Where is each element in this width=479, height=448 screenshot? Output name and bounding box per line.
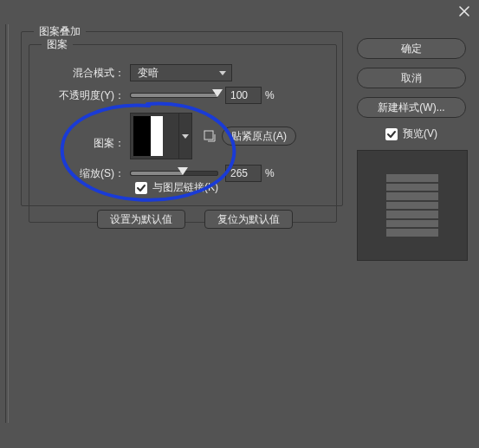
right-button-column: 确定 取消 新建样式(W)... 预览(V) (357, 38, 466, 261)
row-default-buttons: 设置为默认值 复位为默认值 (97, 210, 293, 229)
pattern-picker[interactable] (130, 113, 192, 159)
groupbox-title-inner: 图案 (42, 37, 73, 52)
link-layer-label: 与图层链接(K) (152, 180, 218, 195)
label-blend-mode: 混合模式： (29, 66, 130, 81)
snap-origin-button[interactable]: 贴紧原点(A) (222, 127, 296, 146)
row-pattern: 图案： 贴紧原点(A) (29, 113, 336, 159)
reset-default-button[interactable]: 复位为默认值 (204, 210, 293, 229)
groupbox-pattern-overlay: 图案叠加 图案 混合模式： 变暗 不透明度(Y)： 100 % (21, 31, 343, 206)
left-edge-line (5, 24, 9, 423)
opacity-unit: % (265, 89, 275, 101)
cancel-button[interactable]: 取消 (357, 68, 466, 88)
scale-unit: % (265, 167, 275, 179)
new-pattern-icon[interactable] (203, 129, 217, 143)
svg-rect-0 (204, 131, 213, 140)
row-link-layer: 与图层链接(K) (135, 180, 218, 195)
blend-mode-select[interactable]: 变暗 (130, 64, 232, 81)
row-opacity: 不透明度(Y)： 100 % (29, 87, 336, 104)
opacity-input[interactable]: 100 (225, 87, 262, 104)
preview-checkbox[interactable] (385, 128, 398, 140)
chevron-down-icon (219, 71, 226, 75)
preview-label: 预览(V) (403, 127, 437, 141)
preview-thumbnail (357, 150, 468, 261)
label-opacity: 不透明度(Y)： (29, 88, 130, 103)
new-style-button[interactable]: 新建样式(W)... (357, 97, 466, 118)
groupbox-pattern: 图案 混合模式： 变暗 不透明度(Y)： 100 % (29, 44, 337, 223)
close-icon[interactable] (458, 5, 470, 17)
set-default-button[interactable]: 设置为默认值 (97, 210, 185, 229)
link-layer-checkbox[interactable] (135, 182, 147, 194)
pattern-swatch (133, 116, 176, 156)
preview-pattern-stripes (386, 174, 438, 237)
label-pattern: 图案： (29, 122, 130, 151)
preview-toggle-row: 预览(V) (357, 127, 466, 141)
chevron-down-icon (182, 134, 189, 139)
label-scale: 缩放(S)： (29, 166, 130, 181)
scale-slider[interactable] (130, 171, 218, 176)
blend-mode-value: 变暗 (138, 66, 159, 81)
scale-input[interactable]: 265 (225, 165, 262, 182)
dialog-window: 确定 取消 新建样式(W)... 预览(V) 图案叠加 图案 混合模式： 变暗 (0, 0, 479, 448)
row-blend-mode: 混合模式： 变暗 (29, 64, 336, 81)
row-scale: 缩放(S)： 265 % (29, 165, 336, 182)
pattern-picker-chevron[interactable] (178, 114, 191, 159)
opacity-slider[interactable] (130, 93, 218, 98)
ok-button[interactable]: 确定 (357, 38, 466, 59)
